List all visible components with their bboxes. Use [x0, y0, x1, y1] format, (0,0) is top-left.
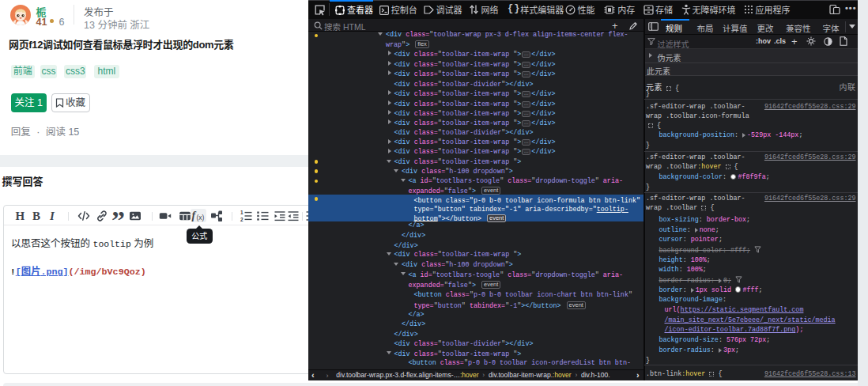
svg-text:1: 1: [240, 210, 243, 215]
svg-text:2: 2: [240, 217, 243, 222]
